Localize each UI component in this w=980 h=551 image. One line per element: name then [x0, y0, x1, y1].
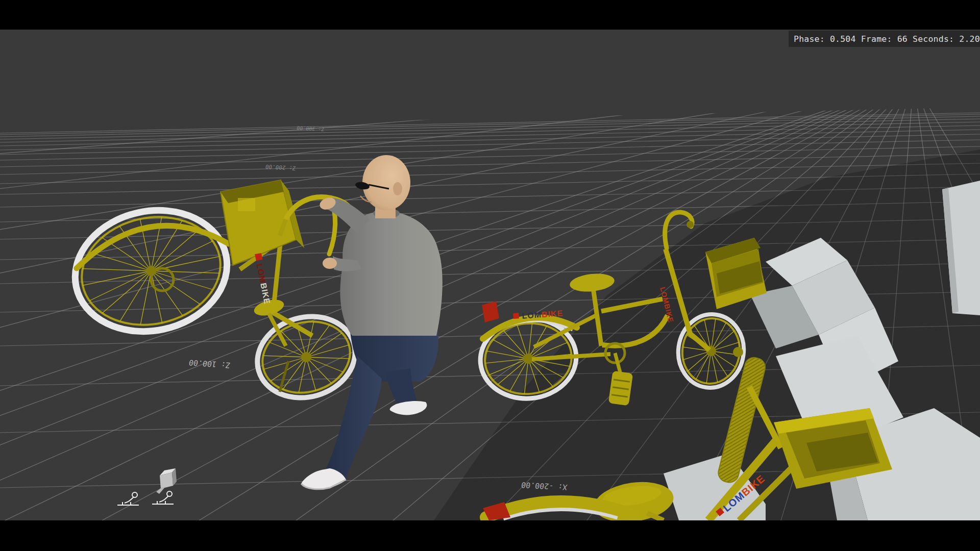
3d-viewport[interactable]: Z: 100.00 Z: 200.00 Z: 300.00 X: -200.00… — [0, 30, 980, 520]
svg-text:LOMBIKE: LOMBIKE — [255, 263, 272, 305]
rear-reflector — [482, 301, 499, 322]
lombike-logo-mark — [255, 253, 262, 261]
hud-status-text: Phase: 0.504 Frame: 66 Seconds: 2.200 — [794, 34, 980, 44]
hud-status-bar: Phase: 0.504 Frame: 66 Seconds: 2.200 — [789, 31, 980, 47]
lower-hand — [323, 258, 337, 269]
lombike-logo-mark — [513, 313, 519, 319]
chainring — [151, 268, 174, 291]
marker-cube — [156, 468, 177, 494]
grid-label-z100: Z: 100.00 — [188, 358, 231, 369]
grid-label-z200: Z: 200.00 — [265, 163, 296, 171]
marker-glyph — [117, 492, 139, 505]
app-window: Z: 100.00 Z: 200.00 Z: 300.00 X: -200.00… — [0, 0, 980, 551]
back-shoe — [390, 401, 427, 415]
marker-glyph — [152, 491, 174, 504]
front-basket — [220, 180, 304, 265]
scene-canvas: Z: 100.00 Z: 200.00 Z: 300.00 X: -200.00… — [0, 30, 980, 520]
grid-label-z300: Z: 300.00 — [297, 125, 325, 132]
saddle — [569, 271, 615, 293]
basket-label — [238, 198, 255, 211]
pushed-bike: LOMBIKE — [64, 180, 365, 409]
ear — [393, 182, 402, 195]
floor-markers — [117, 468, 177, 505]
handlebar-grip — [687, 221, 694, 228]
front-leg — [325, 356, 382, 481]
stem-cap — [733, 347, 743, 357]
frame-brand: LOMBIKE — [253, 253, 272, 305]
